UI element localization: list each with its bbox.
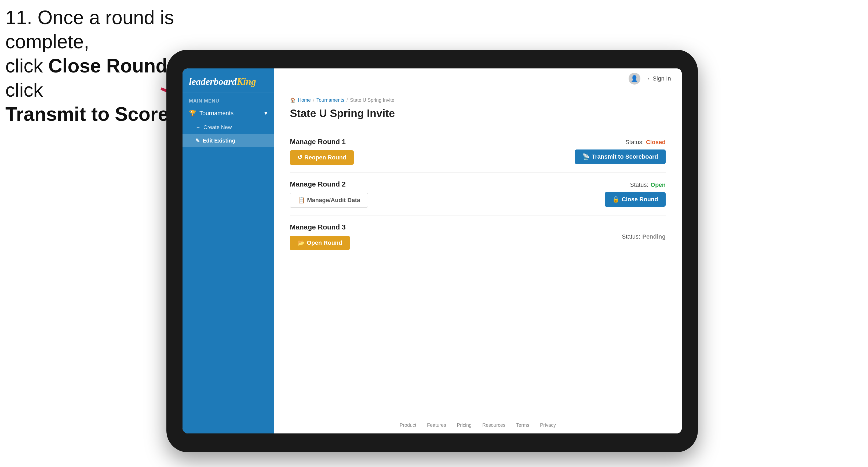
reopen-round-label: Reopen Round — [304, 154, 346, 161]
sign-in-label: Sign In — [653, 75, 671, 82]
breadcrumb-home[interactable]: Home — [298, 97, 311, 103]
round-2-right: Status: Open 🔒 Close Round — [605, 181, 665, 207]
lock-icon: 🔒 — [612, 196, 619, 203]
edit-existing-label: Edit Existing — [203, 138, 235, 144]
round-3-right: Status: Pending — [622, 233, 665, 240]
refresh-icon: ↺ — [298, 154, 302, 161]
open-round-button[interactable]: 📂 Open Round — [290, 236, 350, 250]
transmit-label: Transmit to Scoreboard — [592, 153, 658, 160]
doc-icon: 📋 — [298, 197, 305, 204]
open-round-label: Open Round — [307, 240, 342, 246]
main-menu-label: MAIN MENU — [183, 93, 274, 106]
footer-features[interactable]: Features — [427, 423, 446, 428]
breadcrumb: 🏠 Home / Tournaments / State U Spring In… — [290, 97, 665, 103]
page-title: State U Spring Invite — [290, 107, 665, 119]
footer-pricing[interactable]: Pricing — [457, 423, 472, 428]
round-3-status-value: Pending — [642, 233, 665, 240]
sign-in-button[interactable]: → Sign In — [645, 75, 671, 82]
close-round-button[interactable]: 🔒 Close Round — [605, 192, 665, 207]
round-3-left: Manage Round 3 📂 Open Round — [290, 223, 350, 250]
sidebar-item-tournaments[interactable]: 🏆 Tournaments ▾ — [183, 106, 274, 121]
manage-audit-label: Manage/Audit Data — [307, 197, 360, 204]
footer-terms[interactable]: Terms — [516, 423, 529, 428]
round-3-status: Status: Pending — [622, 233, 665, 240]
footer-resources[interactable]: Resources — [482, 423, 505, 428]
chevron-down-icon: ▾ — [265, 110, 267, 117]
create-new-label: Create New — [204, 124, 232, 130]
round-1-right: Status: Closed 📡 Transmit to Scoreboard — [575, 139, 665, 164]
avatar: 👤 — [628, 73, 641, 85]
reopen-round-button[interactable]: ↺ Reopen Round — [290, 150, 354, 165]
plus-icon: ＋ — [195, 124, 201, 131]
breadcrumb-tournaments[interactable]: Tournaments — [316, 97, 344, 103]
sidebar-tournaments-label: Tournaments — [199, 110, 234, 117]
round-card-2: Manage Round 2 📋 Manage/Audit Data Statu… — [290, 173, 665, 216]
footer-product[interactable]: Product — [400, 423, 416, 428]
round-1-status-value: Closed — [646, 139, 665, 146]
round-3-title: Manage Round 3 — [290, 223, 350, 231]
manage-audit-button[interactable]: 📋 Manage/Audit Data — [290, 193, 368, 208]
round-1-title: Manage Round 1 — [290, 138, 354, 146]
sidebar: leaderboardKing MAIN MENU 🏆 Tournaments … — [183, 68, 274, 433]
sidebar-sub-item-create[interactable]: ＋ Create New — [183, 121, 274, 134]
tablet-frame: leaderboardKing MAIN MENU 🏆 Tournaments … — [166, 50, 698, 452]
footer: Product Features Pricing Resources Terms… — [274, 417, 682, 433]
breadcrumb-current: State U Spring Invite — [350, 97, 394, 103]
round-card-3: Manage Round 3 📂 Open Round Status: Pend… — [290, 216, 665, 258]
logo-accent: King — [237, 76, 256, 87]
main-content: 👤 → Sign In 🏠 Home / Tournaments / — [274, 68, 682, 433]
sidebar-sub-item-edit[interactable]: ✎ Edit Existing — [183, 134, 274, 147]
round-2-left: Manage Round 2 📋 Manage/Audit Data — [290, 180, 368, 208]
logo-area: leaderboardKing — [183, 68, 274, 93]
open-icon: 📂 — [298, 240, 305, 246]
content-area: 🏠 Home / Tournaments / State U Spring In… — [274, 89, 682, 417]
round-2-status-value: Open — [651, 181, 665, 188]
tablet-screen: leaderboardKing MAIN MENU 🏆 Tournaments … — [183, 68, 682, 433]
round-2-status: Status: Open — [630, 181, 665, 188]
round-1-status: Status: Closed — [625, 139, 665, 146]
round-1-left: Manage Round 1 ↺ Reopen Round — [290, 138, 354, 165]
app-layout: leaderboardKing MAIN MENU 🏆 Tournaments … — [183, 68, 682, 433]
home-icon: 🏠 — [290, 97, 296, 103]
round-2-title: Manage Round 2 — [290, 180, 368, 188]
transmit-scoreboard-button[interactable]: 📡 Transmit to Scoreboard — [575, 150, 665, 164]
topbar: 👤 → Sign In — [274, 68, 682, 89]
logo: leaderboardKing — [189, 76, 267, 87]
footer-privacy[interactable]: Privacy — [540, 423, 556, 428]
close-round-label: Close Round — [622, 196, 658, 203]
send-icon: 📡 — [582, 153, 590, 160]
round-card-1: Manage Round 1 ↺ Reopen Round Status: Cl… — [290, 130, 665, 173]
signin-arrow-icon: → — [645, 75, 651, 82]
trophy-icon: 🏆 — [189, 110, 196, 117]
edit-icon: ✎ — [195, 137, 200, 144]
